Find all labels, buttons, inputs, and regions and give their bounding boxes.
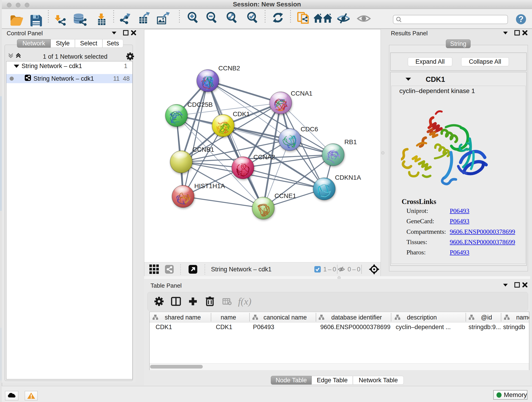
svg-text:description: description [407,314,437,321]
svg-text:name: name [221,314,236,321]
svg-text:9606.ENSP00000378699: 9606.ENSP00000378699 [320,324,390,331]
svg-text:stringdb: stringdb [503,324,525,331]
svg-text:HIST1H1A: HIST1H1A [194,182,225,190]
svg-text:CDC6: CDC6 [301,126,318,133]
svg-text:CCNE1: CCNE1 [274,192,296,199]
svg-text:CCNA1: CCNA1 [291,90,312,97]
svg-text:namespac: namespac [516,314,529,321]
svg-text:0 – 0: 0 – 0 [348,266,360,273]
svg-text:RB1: RB1 [344,138,357,146]
svg-text:CCNA2: CCNA2 [253,153,275,161]
svg-text:CDC25B: CDC25B [187,101,213,108]
svg-text:String Network – cdk1: String Network – cdk1 [211,266,272,273]
svg-text:@id: @id [481,314,492,321]
svg-text:CDK1: CDK1 [233,110,250,118]
svg-text:f(x): f(x) [238,296,251,307]
svg-text:CDK1: CDK1 [216,324,232,331]
svg-text:stringdb:9...: stringdb:9... [469,324,501,331]
svg-text:P06493: P06493 [253,324,274,331]
svg-text:CCNB2: CCNB2 [218,65,240,72]
svg-text:CDK1: CDK1 [156,324,172,331]
svg-text:?: ? [519,14,524,24]
svg-text:cyclin–dependent ...: cyclin–dependent ... [396,324,451,331]
svg-text:shared name: shared name [165,314,201,321]
svg-text:canonical name: canonical name [264,314,307,321]
svg-text:CDKN1A: CDKN1A [335,174,361,181]
svg-text:database identifier: database identifier [331,314,382,321]
svg-text:CCNB1: CCNB1 [192,146,214,153]
svg-text:1 – 0: 1 – 0 [323,266,336,273]
